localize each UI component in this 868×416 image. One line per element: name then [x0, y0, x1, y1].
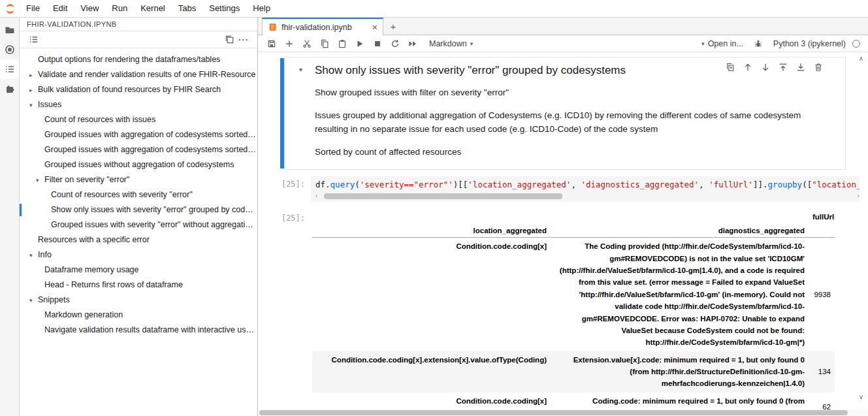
toc-item-label: Count of resources with severity "error"	[51, 190, 193, 199]
toc-item[interactable]: ▸Validate and render validation results …	[20, 67, 257, 82]
toc-item-label: Resources with a specific error	[38, 235, 150, 244]
copy-cell-icon[interactable]	[319, 38, 330, 50]
open-in-dropdown[interactable]: ▾ Open in...	[701, 39, 743, 48]
move-up-icon[interactable]	[743, 62, 752, 72]
toc-item[interactable]: Head - Returns first rows of dataframe	[20, 278, 257, 293]
menu-help[interactable]: Help	[246, 0, 277, 17]
stop-icon[interactable]	[372, 38, 383, 50]
toc-item-label: Bulk validation of found resources by FH…	[38, 85, 221, 94]
toc-item[interactable]: Markdown generation	[20, 308, 257, 323]
editor-hscrollbar[interactable]: ‹ ›	[315, 191, 860, 200]
toc-item-label: Info	[38, 250, 52, 259]
scroll-down-icon[interactable]: ∨	[859, 393, 863, 400]
jupyter-logo-icon	[0, 3, 20, 15]
ellipsis-icon[interactable]: ···	[236, 33, 251, 47]
toc-item[interactable]: Grouped issues with severity "error" wit…	[20, 217, 257, 232]
insert-below-icon[interactable]	[796, 62, 805, 72]
toc-item[interactable]: Resources with a specific error	[20, 232, 257, 248]
numbered-list-icon[interactable]	[26, 33, 40, 47]
menu-settings[interactable]: Settings	[202, 0, 246, 17]
kernel-name[interactable]: Python 3 (ipykernel)	[773, 39, 846, 48]
kernel-status-icon[interactable]	[852, 40, 860, 48]
toc-item-label: Grouped issues with severity "error" wit…	[51, 220, 257, 229]
heading-collapser-icon[interactable]: ▾	[299, 66, 302, 73]
menu-run[interactable]: Run	[105, 0, 134, 17]
markdown-cell[interactable]: ▾ Show only issues with severity "error"…	[280, 57, 868, 170]
main-hscroll-thumb[interactable]	[259, 410, 848, 415]
toc-item[interactable]: Grouped issues with aggregation of codes…	[20, 127, 257, 142]
toc-item[interactable]: Navigate validation results dataframe wi…	[20, 323, 257, 338]
toc-item[interactable]: ▾Info	[20, 248, 257, 263]
toc-item[interactable]: Count of resources with issues	[20, 112, 257, 127]
delete-cell-icon[interactable]	[813, 62, 823, 72]
toc-item[interactable]: ▾Issues	[20, 97, 257, 112]
table-of-contents-icon[interactable]	[0, 59, 19, 79]
toc-item[interactable]: ▸Bulk validation of found resources by F…	[20, 82, 257, 97]
running-kernels-icon[interactable]	[0, 40, 19, 59]
activity-bar	[0, 18, 20, 416]
toc-item-label: Filter on severity "error"	[44, 175, 129, 184]
toc-item-label: Head - Returns first rows of dataframe	[44, 280, 183, 289]
menu-edit[interactable]: Edit	[46, 0, 74, 17]
new-tab-button[interactable]: +	[383, 18, 403, 35]
add-cell-icon[interactable]	[284, 38, 295, 50]
toc-item[interactable]: ▾Snippets	[20, 293, 257, 308]
collapse-all-icon[interactable]	[222, 33, 236, 47]
duplicate-cell-icon[interactable]	[725, 62, 735, 72]
chevron-right-icon[interactable]: ▸	[29, 83, 38, 97]
move-down-icon[interactable]	[760, 62, 770, 72]
debugger-bug-icon[interactable]	[754, 39, 763, 48]
menu-tabs[interactable]: Tabs	[172, 0, 202, 17]
toc-item[interactable]: Count of resources with severity "error"	[20, 187, 257, 202]
cell-diagnostics-aggregated: Extension.value[x].code: minimum require…	[551, 351, 809, 392]
cell-type-dropdown[interactable]: Markdown ▾	[429, 39, 473, 48]
notebook-content: ∧ ∨ ▾ Show only issues with severity "er…	[258, 52, 868, 409]
open-in-label: Open in...	[708, 39, 743, 48]
run-all-icon[interactable]	[408, 38, 418, 50]
chevron-right-icon[interactable]: ▸	[29, 68, 38, 82]
menu-file[interactable]: File	[20, 0, 46, 17]
scroll-right-icon[interactable]: ›	[853, 191, 860, 200]
cell-fullurl-count: 62	[809, 392, 835, 409]
toc-item-label: Snippets	[38, 295, 70, 304]
paste-cell-icon[interactable]	[337, 38, 347, 50]
chevron-down-icon[interactable]: ▾	[29, 98, 38, 112]
restart-kernel-icon[interactable]	[390, 38, 400, 50]
save-icon[interactable]	[266, 38, 277, 50]
chevron-down-icon[interactable]: ▾	[29, 293, 38, 308]
main-hscrollbar[interactable]	[258, 409, 868, 416]
scroll-left-icon[interactable]: ‹	[315, 191, 322, 200]
tab-title: fhir-validation.ipynb	[281, 23, 368, 32]
cut-cell-icon[interactable]	[302, 38, 312, 50]
toc-item-label: Grouped issues with aggregation of codes…	[44, 130, 257, 139]
toc-item[interactable]: Grouped issues with aggregation of codes…	[20, 142, 257, 157]
cell-location-aggregated: Condition.code.coding[x].extension[x].va…	[312, 351, 551, 392]
tab-close-icon[interactable]: ×	[372, 23, 378, 32]
markdown-paragraph: Show grouped issues with filter on sever…	[315, 86, 814, 100]
tab-fhir-validation[interactable]: fhir-validation.ipynb ×	[262, 18, 383, 35]
file-browser-icon[interactable]	[0, 20, 19, 40]
hscroll-thumb[interactable]	[324, 193, 562, 199]
toc-item-label: Navigate validation results dataframe wi…	[44, 325, 257, 334]
chevron-down-icon[interactable]: ▾	[29, 248, 38, 263]
toc-item[interactable]: Output options for rendering the datafra…	[20, 52, 257, 67]
menu-kernel[interactable]: Kernel	[134, 0, 172, 17]
chevron-down-icon: ▾	[701, 40, 705, 47]
toc-item[interactable]: Show only issues with severity "error" g…	[20, 202, 257, 217]
dataframe-table: fullUrl location_aggregated diagnostics_…	[312, 210, 835, 409]
table-row: Condition.code.coding[x]Coding.code: min…	[312, 392, 835, 409]
insert-above-icon[interactable]	[778, 62, 788, 72]
toc-item[interactable]: ▾Filter on severity "error"	[20, 172, 257, 187]
cell-diagnostics-aggregated: Coding.code: minimum required = 1, but o…	[551, 392, 809, 409]
extension-manager-icon[interactable]	[0, 79, 19, 99]
run-icon[interactable]	[355, 38, 365, 50]
toc-item[interactable]: Grouped issues without aggregation of co…	[20, 157, 257, 172]
code-editor[interactable]: df.query('severity=="error"')[['location…	[311, 176, 860, 202]
code-cell[interactable]: [25]: df.query('severity=="error"')[['lo…	[258, 176, 868, 202]
output-prompt: [25]:	[258, 210, 311, 409]
toc-item[interactable]: Dataframe memory usage	[20, 263, 257, 278]
notebook-file-icon	[268, 23, 277, 31]
toc-sidebar: FHIR-VALIDATION.IPYNB ··· Output options…	[20, 18, 258, 416]
menu-view[interactable]: View	[74, 0, 105, 17]
chevron-down-icon[interactable]: ▾	[36, 173, 44, 187]
